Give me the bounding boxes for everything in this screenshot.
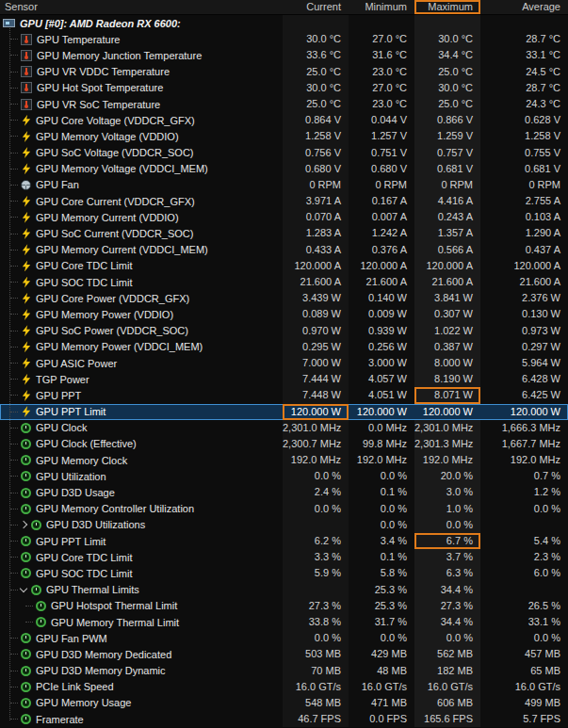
sensor-row[interactable]: GPU PPT Limit 6.2 % 3.4 % 6.7 % 5.4 % bbox=[0, 533, 568, 549]
cell-average: 0.130 W bbox=[480, 306, 568, 322]
sensor-row[interactable]: GPU D3D Utilizations 0.0 % 0.0 % bbox=[0, 517, 568, 533]
col-header-minimum[interactable]: Minimum bbox=[349, 0, 414, 14]
sensor-row[interactable]: GPU Memory Current (VDDCI_MEM) 0.433 A 0… bbox=[0, 242, 568, 258]
sensor-row[interactable]: GPU Memory Current (VDDIO) 0.070 A 0.007… bbox=[0, 209, 568, 225]
expander-icon[interactable] bbox=[20, 584, 27, 591]
cell-average: 0.103 A bbox=[480, 209, 568, 225]
sensor-row[interactable]: GPU SoC Current (VDDCR_SOC) 1.283 A 1.24… bbox=[0, 225, 568, 241]
cell-minimum: 0.0 % bbox=[349, 517, 414, 533]
cell-current: 0.433 A bbox=[283, 242, 349, 258]
sensor-row[interactable]: PCIe Link Speed 16.0 GT/s 16.0 GT/s 16.0… bbox=[0, 679, 568, 695]
sensor-row[interactable]: GPU PPT Limit 120.000 W 120.000 W 120.00… bbox=[0, 404, 568, 420]
sensor-row[interactable]: GPU Hotspot Thermal Limit 27.3 % 25.3 % … bbox=[0, 598, 568, 614]
sensor-row[interactable]: GPU Memory Controller Utilization 0.0 % … bbox=[0, 501, 568, 517]
sensor-row[interactable]: GPU ASIC Power 7.000 W 3.000 W 8.000 W 5… bbox=[0, 355, 568, 371]
sensor-row[interactable]: GPU Core Current (VDDCR_GFX) 3.971 A 0.1… bbox=[0, 193, 568, 209]
temperature-icon bbox=[21, 99, 32, 110]
cell-maximum: 30.0 °C bbox=[414, 80, 480, 96]
sensor-label: GPU Thermal Limits bbox=[46, 584, 139, 595]
cell-average: 1.290 A bbox=[480, 225, 568, 241]
gauge-icon bbox=[21, 698, 31, 708]
sensor-row[interactable]: GPU SoC Power (VDDCR_SOC) 0.970 W 0.939 … bbox=[0, 323, 568, 339]
sensor-row[interactable]: GPU VR VDDC Temperature 25.0 °C 23.0 °C … bbox=[0, 64, 568, 80]
cell-minimum: 21.600 A bbox=[349, 274, 414, 290]
col-header-current[interactable]: Current bbox=[283, 0, 349, 14]
sensor-row[interactable]: GPU Fan 0 RPM 0 RPM 0 RPM 0 RPM bbox=[0, 177, 568, 193]
sensor-row[interactable]: GPU Thermal Limits 25.3 % 34.4 % bbox=[0, 582, 568, 598]
gauge-icon bbox=[31, 520, 41, 530]
cell-current: 0.0 % bbox=[283, 630, 349, 646]
sensor-row[interactable]: GPU Memory Power (VDDIO) 0.089 W 0.009 W… bbox=[0, 306, 568, 322]
gauge-icon bbox=[21, 633, 31, 643]
cell-average: 26.5 % bbox=[480, 598, 568, 614]
cell-minimum: 1.242 A bbox=[349, 225, 414, 241]
cell-maximum: 1.022 W bbox=[414, 323, 480, 339]
temperature-icon bbox=[21, 66, 32, 77]
cell-maximum: 0.681 V bbox=[414, 161, 480, 177]
sensor-row[interactable]: GPU D3D Memory Dynamic 70 MB 48 MB 182 M… bbox=[0, 663, 568, 679]
cell-maximum: 8.190 W bbox=[414, 371, 480, 387]
sensor-row[interactable]: GPU SoC Voltage (VDDCR_SOC) 0.756 V 0.75… bbox=[0, 145, 568, 161]
sensor-row[interactable]: GPU SOC TDC Limit 5.9 % 5.8 % 6.3 % 6.0 … bbox=[0, 565, 568, 581]
cell-minimum: 25.3 % bbox=[349, 582, 414, 598]
col-header-sensor[interactable]: Sensor bbox=[0, 0, 283, 14]
cell-current: 192.0 MHz bbox=[283, 452, 349, 468]
sensor-row[interactable]: GPU Memory Thermal Limit 33.8 % 31.7 % 3… bbox=[0, 614, 568, 630]
cell-maximum: 25.0 °C bbox=[414, 64, 480, 80]
sensor-row[interactable]: GPU Memory Clock 192.0 MHz 192.0 MHz 192… bbox=[0, 452, 568, 468]
bolt-icon bbox=[22, 196, 31, 207]
sensor-row[interactable]: GPU Clock 2,301.0 MHz 0.0 MHz 2,301.0 MH… bbox=[0, 420, 568, 436]
cell-average: 21.600 A bbox=[480, 274, 568, 290]
sensor-row[interactable]: GPU Memory Voltage (VDDIO) 1.258 V 1.257… bbox=[0, 128, 568, 144]
cell-maximum: 120.000 W bbox=[414, 404, 480, 420]
tree-connector bbox=[10, 298, 18, 299]
sensor-label: Framerate bbox=[36, 714, 84, 725]
sensor-row[interactable]: GPU Hot Spot Temperature 30.0 °C 27.0 °C… bbox=[0, 80, 568, 96]
sensor-row[interactable]: GPU Fan PWM 0.0 % 0.0 % 0.0 % 0.0 % bbox=[0, 630, 568, 646]
expander-icon[interactable] bbox=[20, 521, 27, 528]
sensor-label: GPU SoC Power (VDDCR_SOC) bbox=[36, 325, 188, 336]
sensor-row[interactable]: GPU SOC TDC Limit 21.600 A 21.600 A 21.6… bbox=[0, 274, 568, 290]
tree-connector bbox=[10, 412, 18, 413]
temperature-icon bbox=[21, 82, 32, 93]
cell-maximum: 30.0 °C bbox=[414, 31, 480, 47]
cell-minimum: 31.6 °C bbox=[349, 47, 414, 63]
sensor-row[interactable]: GPU Memory Usage 548 MB 471 MB 606 MB 49… bbox=[0, 695, 568, 711]
sensor-row[interactable]: GPU VR SoC Temperature 25.0 °C 23.0 °C 2… bbox=[0, 96, 568, 112]
sensor-row[interactable]: Framerate 46.7 FPS 0.0 FPS 165.6 FPS 5.7… bbox=[0, 711, 568, 727]
cell-average: 33.1 % bbox=[480, 614, 568, 630]
cell-current: 2,301.0 MHz bbox=[283, 420, 349, 436]
sensor-row[interactable]: GPU Memory Voltage (VDDCI_MEM) 0.680 V 0… bbox=[0, 161, 568, 177]
cell-current: 0.089 W bbox=[283, 306, 349, 322]
bolt-icon bbox=[22, 212, 31, 223]
sensor-row[interactable]: GPU Core Voltage (VDDCR_GFX) 0.864 V 0.0… bbox=[0, 112, 568, 128]
sensor-label: GPU SoC Voltage (VDDCR_SOC) bbox=[36, 147, 194, 158]
cell-minimum: 429 MB bbox=[349, 646, 414, 662]
sensor-row[interactable]: GPU D3D Memory Dedicated 503 MB 429 MB 5… bbox=[0, 646, 568, 662]
sensor-row[interactable]: GPU Core TDC Limit 3.3 % 0.1 % 3.7 % 2.3… bbox=[0, 549, 568, 565]
cell-maximum: 0.757 V bbox=[414, 145, 480, 161]
col-header-average[interactable]: Average bbox=[480, 0, 568, 14]
sensor-row[interactable]: GPU Clock (Effective) 2,300.7 MHz 99.8 M… bbox=[0, 436, 568, 452]
sensor-row[interactable]: GPU Core Power (VDDCR_GFX) 3.439 W 0.140… bbox=[0, 290, 568, 306]
group-header-row[interactable]: GPU [#0]: AMD Radeon RX 6600: bbox=[0, 15, 568, 31]
cell-average: 0.437 A bbox=[480, 242, 568, 258]
sensor-row[interactable]: GPU Temperature 30.0 °C 27.0 °C 30.0 °C … bbox=[0, 31, 568, 47]
col-header-maximum[interactable]: Maximum bbox=[414, 0, 480, 14]
sensor-row[interactable]: GPU Core TDC Limit 120.000 A 120.000 A 1… bbox=[0, 258, 568, 274]
temperature-icon bbox=[21, 50, 32, 61]
sensor-row[interactable]: GPU Memory Power (VDDCI_MEM) 0.295 W 0.2… bbox=[0, 339, 568, 355]
sensor-row[interactable]: GPU Memory Junction Temperature 33.6 °C … bbox=[0, 47, 568, 63]
bolt-icon bbox=[22, 374, 31, 385]
sensor-label: GPU PPT Limit bbox=[36, 406, 105, 417]
cell-minimum: 0.0 % bbox=[349, 630, 414, 646]
sensor-label: GPU PPT bbox=[36, 390, 81, 401]
tree-connector bbox=[10, 590, 18, 590]
sensor-row[interactable]: GPU PPT 7.448 W 4.051 W 8.071 W 6.425 W bbox=[0, 387, 568, 403]
sensor-row[interactable]: GPU D3D Usage 2.4 % 0.1 % 3.0 % 1.2 % bbox=[0, 484, 568, 500]
cell-maximum: 25.0 °C bbox=[414, 96, 480, 112]
sensor-row[interactable]: GPU Utilization 0.0 % 0.0 % 20.0 % 0.7 % bbox=[0, 468, 568, 484]
sensor-row[interactable]: TGP Power 7.444 W 4.057 W 8.190 W 6.428 … bbox=[0, 371, 568, 387]
tree-connector bbox=[10, 395, 18, 396]
cell-current: 3.439 W bbox=[283, 290, 349, 306]
